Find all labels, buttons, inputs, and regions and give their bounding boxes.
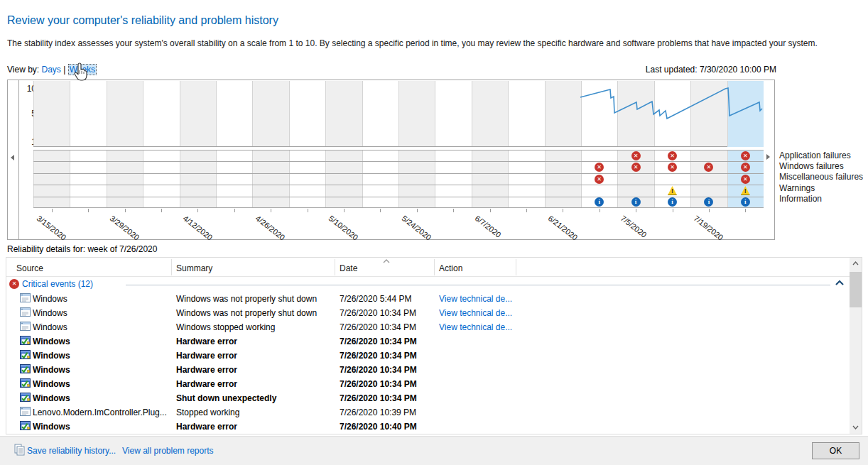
chart-scroll-left-strip[interactable] xyxy=(8,80,19,239)
miscellaneous-failures-error-icon[interactable]: ✕ xyxy=(595,175,604,184)
table-row[interactable]: WindowsHardware error7/26/2020 10:34 PM xyxy=(6,334,849,349)
table-row[interactable]: WindowsWindows was not properly shut dow… xyxy=(6,292,849,306)
table-row[interactable]: WindowsShut down unexpectedly7/26/2020 1… xyxy=(6,391,849,405)
windows-failures-error-icon[interactable]: ✕ xyxy=(631,163,641,172)
scrollbar-thumb[interactable] xyxy=(850,272,862,307)
reliability-monitor-window: Review your computer's reliability and p… xyxy=(0,0,868,465)
event-row-line xyxy=(33,185,764,185)
view-by-days-link[interactable]: Days xyxy=(41,65,60,75)
row-source: Windows xyxy=(33,365,70,375)
miscellaneous-failures-error-icon[interactable]: ✕ xyxy=(741,175,750,184)
header-separator xyxy=(335,259,335,275)
row-summary: Hardware error xyxy=(176,337,237,346)
table-row[interactable]: WindowsHardware error7/26/2020 10:34 PM xyxy=(6,349,849,363)
view-by-weeks-link[interactable]: Weeks xyxy=(68,64,97,75)
stability-line xyxy=(580,88,762,119)
row-source: Windows xyxy=(33,294,67,304)
view-technical-details-link[interactable]: View technical de... xyxy=(439,308,512,318)
x-axis-date-labels: 3/15/20203/29/20204/12/20204/26/20205/10… xyxy=(33,214,764,242)
x-axis-tick xyxy=(563,209,563,212)
x-axis-tick xyxy=(308,209,308,212)
save-history-icon xyxy=(14,444,25,456)
information-info-icon[interactable]: i xyxy=(631,197,641,207)
header-separator xyxy=(434,259,435,275)
ok-button[interactable]: OK xyxy=(812,442,859,459)
x-axis-tick xyxy=(636,209,636,212)
column-header-source[interactable]: Source xyxy=(16,263,43,273)
scrollbar-down-icon[interactable] xyxy=(850,422,862,434)
view-technical-details-link[interactable]: View technical de... xyxy=(439,294,512,304)
legend-item: Warnings xyxy=(779,183,863,194)
date-label: 6/21/2020 xyxy=(546,214,579,242)
last-updated-text: Last updated: 7/30/2020 10:00 PM xyxy=(646,65,776,75)
application-failures-error-icon[interactable]: ✕ xyxy=(631,151,641,160)
event-row-line xyxy=(33,207,764,208)
application-failures-error-icon[interactable]: ✕ xyxy=(668,151,677,160)
row-date: 7/26/2020 10:34 PM xyxy=(340,308,416,318)
table-row[interactable]: WindowsHardware error7/26/2020 10:34 PM xyxy=(6,363,849,377)
table-row[interactable]: WindowsWindows was not properly shut dow… xyxy=(6,306,849,320)
scrollbar-up-icon[interactable] xyxy=(850,258,862,270)
stability-index-plot[interactable] xyxy=(33,81,764,147)
win-error-icon xyxy=(20,336,31,346)
chart-scroll-right-icon[interactable] xyxy=(766,154,770,160)
table-row[interactable]: Lenovo.Modern.ImController.Plug...Stoppe… xyxy=(6,405,849,420)
x-axis-tick xyxy=(125,209,126,212)
row-date: 7/26/2020 10:39 PM xyxy=(340,407,416,417)
x-axis-tick xyxy=(52,209,53,212)
row-summary: Shut down unexpectedly xyxy=(176,393,276,403)
row-date: 7/26/2020 5:44 PM xyxy=(340,294,411,304)
row-date: 7/26/2020 10:34 PM xyxy=(340,379,417,389)
warning-exclamation: ! xyxy=(741,187,750,195)
row-summary: Windows stopped working xyxy=(176,322,275,332)
critical-error-icon: ✕ xyxy=(9,279,19,289)
date-label: 7/19/2020 xyxy=(693,214,725,242)
details-heading: Reliability details for: week of 7/26/20… xyxy=(7,244,157,254)
table-scrollbar[interactable] xyxy=(850,258,862,434)
date-label: 3/29/2020 xyxy=(108,214,141,242)
win-error-icon xyxy=(20,393,31,403)
warnings-warning-icon[interactable]: ! xyxy=(668,186,677,195)
view-all-problem-reports-link[interactable]: View all problem reports xyxy=(122,446,214,456)
row-summary: Hardware error xyxy=(176,351,237,361)
page-title: Review your computer's reliability and p… xyxy=(7,14,278,27)
application-failures-error-icon[interactable]: ✕ xyxy=(741,151,750,160)
warnings-warning-icon[interactable]: ! xyxy=(741,186,750,195)
app-window-icon xyxy=(20,322,31,332)
view-by-bar: View by: Days | Weeks xyxy=(7,65,97,75)
page-description: The stability index assesses your system… xyxy=(7,38,863,48)
column-header-action[interactable]: Action xyxy=(439,263,462,273)
column-header-date[interactable]: Date xyxy=(340,263,357,273)
table-row[interactable]: WindowsWindows stopped working7/26/2020 … xyxy=(6,320,849,334)
header-separator xyxy=(516,259,516,275)
chart-scroll-left-icon[interactable] xyxy=(11,155,14,160)
x-axis-tick xyxy=(673,209,673,212)
x-axis-tick xyxy=(161,209,162,212)
save-reliability-history-link[interactable]: Save reliability history... xyxy=(27,446,116,456)
x-axis-tick xyxy=(600,209,600,212)
row-date: 7/26/2020 10:40 PM xyxy=(340,422,417,432)
windows-failures-error-icon[interactable]: ✕ xyxy=(741,163,750,172)
footer-bar: Save reliability history... View all pro… xyxy=(0,436,868,465)
event-icon-grid[interactable]: ✕✕✕✕✕✕✕✕✕✕!!iiiii xyxy=(33,150,764,208)
win-error-icon xyxy=(20,350,31,361)
column-header-summary[interactable]: Summary xyxy=(176,263,212,273)
critical-events-group-row[interactable]: ✕ Critical events (12) xyxy=(6,278,862,291)
x-axis-tick xyxy=(490,209,491,212)
collapse-group-icon[interactable] xyxy=(835,280,845,286)
x-axis-tick xyxy=(88,209,89,212)
app-window-icon xyxy=(20,307,31,318)
row-summary: Stopped working xyxy=(176,407,239,417)
row-date: 7/26/2020 10:34 PM xyxy=(340,351,417,361)
row-date: 7/26/2020 10:34 PM xyxy=(340,365,417,375)
row-source: Windows xyxy=(33,393,70,403)
event-row-line xyxy=(33,173,764,174)
group-divider-line xyxy=(126,285,830,285)
view-technical-details-link[interactable]: View technical de... xyxy=(439,322,512,332)
table-row[interactable]: WindowsHardware error7/26/2020 10:40 PM xyxy=(6,420,849,434)
table-row[interactable]: WindowsHardware error7/26/2020 10:34 PM xyxy=(6,377,849,391)
win-error-icon xyxy=(20,378,31,389)
date-label: 3/15/2020 xyxy=(36,214,68,242)
win-error-icon xyxy=(20,364,31,375)
row-source: Windows xyxy=(33,379,70,389)
